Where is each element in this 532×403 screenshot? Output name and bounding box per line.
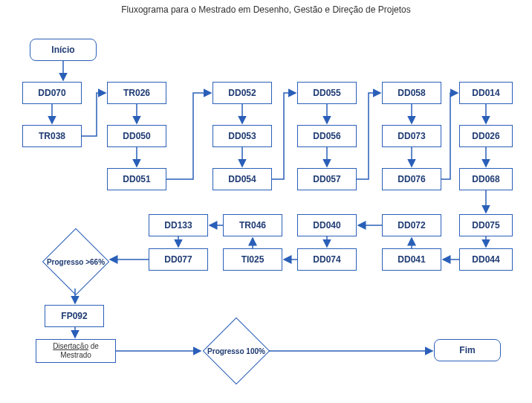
- node-dd076: DD076: [382, 168, 441, 190]
- node-dd014: DD014: [459, 82, 513, 104]
- node-fp092: FP092: [45, 305, 104, 327]
- node-dd077: DD077: [149, 248, 208, 271]
- node-dd068: DD068: [459, 168, 513, 190]
- node-dd075: DD075: [459, 214, 513, 236]
- node-ti025: TI025: [223, 248, 282, 271]
- node-tr026: TR026: [107, 82, 166, 104]
- node-dd040: DD040: [297, 214, 357, 236]
- node-dd044: DD044: [459, 248, 513, 271]
- node-dd074: DD074: [297, 248, 357, 271]
- node-progress-66: Progresso >66%: [42, 228, 110, 296]
- node-dd052: DD052: [213, 82, 272, 104]
- node-dd041: DD041: [382, 248, 441, 271]
- node-dd054: DD054: [213, 168, 272, 190]
- node-dd058: DD058: [382, 82, 441, 104]
- node-tr038: TR038: [22, 125, 82, 147]
- node-dd051: DD051: [107, 168, 166, 190]
- dissertacao-word: Disertação: [53, 342, 88, 350]
- node-dd057: DD057: [297, 168, 357, 190]
- page-title: Fluxograma para o Mestrado em Desenho, G…: [0, 4, 532, 15]
- flowchart-canvas: Fluxograma para o Mestrado em Desenho, G…: [0, 0, 532, 403]
- node-progress-100: Progresso 100%: [203, 317, 270, 385]
- node-dd026: DD026: [459, 125, 513, 147]
- node-tr046: TR046: [223, 214, 282, 236]
- node-dd053: DD053: [213, 125, 272, 147]
- node-end: Fim: [434, 339, 501, 361]
- node-dd072: DD072: [382, 214, 441, 236]
- node-dd056: DD056: [297, 125, 357, 147]
- node-dd055: DD055: [297, 82, 357, 104]
- node-dd133: DD133: [149, 214, 208, 236]
- node-dd073: DD073: [382, 125, 441, 147]
- node-dissertacao: Disertação de Mestrado: [36, 339, 116, 363]
- node-dd070: DD070: [22, 82, 82, 104]
- node-dd050: DD050: [107, 125, 166, 147]
- node-start: Início: [30, 39, 97, 61]
